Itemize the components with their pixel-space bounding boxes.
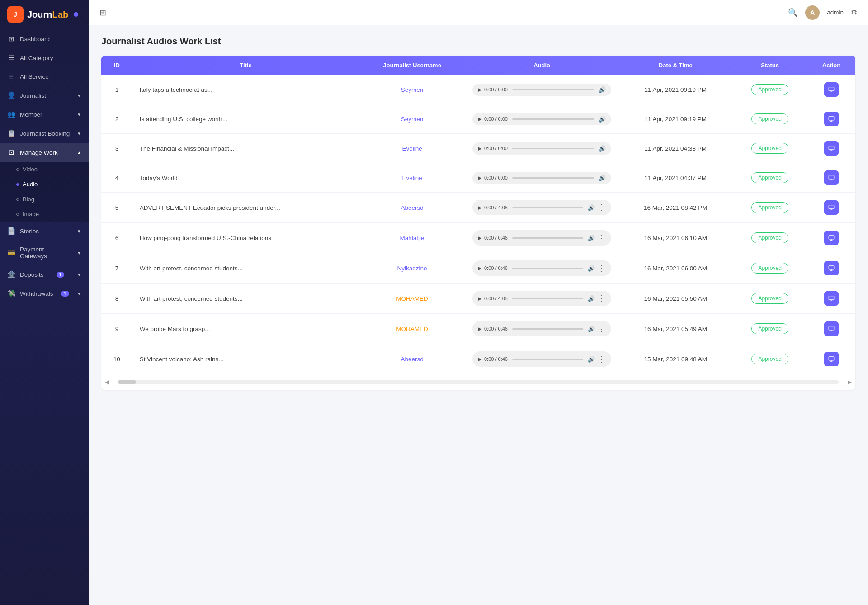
sidebar-item-journalist[interactable]: 👤 Journalist ▼ xyxy=(0,86,89,105)
cell-journalist[interactable]: Seymen xyxy=(359,75,465,104)
cell-journalist[interactable]: Abeersd xyxy=(359,344,465,374)
sidebar-subitem-blog[interactable]: Blog xyxy=(0,192,89,207)
more-icon[interactable]: ⋮ xyxy=(598,233,606,243)
audio-track[interactable] xyxy=(512,237,583,239)
play-button[interactable]: ▶ xyxy=(478,87,481,93)
cell-date: 11 Apr, 2021 09:19 PM xyxy=(618,104,732,134)
search-icon[interactable]: 🔍 xyxy=(788,8,798,18)
cell-journalist[interactable]: Seymen xyxy=(359,104,465,134)
more-icon[interactable]: ⋮ xyxy=(598,324,606,334)
cell-journalist[interactable]: MOHAMED xyxy=(359,284,465,314)
cell-id: 8 xyxy=(101,284,132,314)
volume-icon[interactable]: 🔊 xyxy=(599,116,606,123)
cell-journalist[interactable]: Nyikadzino xyxy=(359,253,465,284)
scroll-right-arrow[interactable]: ▶ xyxy=(844,377,855,387)
play-button[interactable]: ▶ xyxy=(478,235,481,241)
horizontal-scrollbar[interactable]: ◀ ▶ xyxy=(101,374,855,390)
action-button[interactable] xyxy=(824,321,839,336)
audio-track[interactable] xyxy=(512,89,594,90)
audio-player[interactable]: ▶ 0:00 / 0:00 🔊 xyxy=(472,142,611,155)
play-button[interactable]: ▶ xyxy=(478,356,481,362)
cell-status: Approved xyxy=(732,223,807,253)
sidebar-item-payment-gateways[interactable]: 💳 Payment Gateways ▼ xyxy=(0,241,89,265)
audio-player[interactable]: ▶ 0:00 / 0:46 🔊 ⋮ xyxy=(472,230,611,246)
sidebar-item-journalist-booking[interactable]: 📋 Journalist Booking ▼ xyxy=(0,124,89,143)
sidebar-subitem-image[interactable]: Image xyxy=(0,207,89,222)
member-icon: 👥 xyxy=(7,110,15,118)
volume-icon[interactable]: 🔊 xyxy=(588,356,595,363)
audio-track[interactable] xyxy=(512,328,583,330)
audio-player[interactable]: ▶ 0:00 / 4:05 🔊 ⋮ xyxy=(472,200,611,215)
sidebar-item-all-category[interactable]: ☰ All Category xyxy=(0,48,89,67)
sidebar-item-dashboard[interactable]: ⊞ Dashboard xyxy=(0,29,89,48)
audio-track[interactable] xyxy=(512,268,583,269)
action-button[interactable] xyxy=(824,170,839,185)
audio-track[interactable] xyxy=(512,298,583,299)
expand-icon[interactable]: ⊞ xyxy=(99,8,106,18)
logo-dot xyxy=(74,12,78,17)
play-button[interactable]: ▶ xyxy=(478,296,481,302)
sidebar-subitem-video[interactable]: Video xyxy=(0,162,89,177)
more-icon[interactable]: ⋮ xyxy=(598,293,606,303)
volume-icon[interactable]: 🔊 xyxy=(599,86,606,93)
cell-journalist[interactable]: Mahlatjie xyxy=(359,223,465,253)
volume-icon[interactable]: 🔊 xyxy=(588,326,595,332)
play-button[interactable]: ▶ xyxy=(478,175,481,181)
play-button[interactable]: ▶ xyxy=(478,265,481,271)
svg-rect-3 xyxy=(829,117,834,120)
scroll-left-arrow[interactable]: ◀ xyxy=(101,377,113,387)
audio-player[interactable]: ▶ 0:00 / 0:00 🔊 xyxy=(472,172,611,184)
sidebar-item-all-service[interactable]: ≡ All Service xyxy=(0,67,89,86)
volume-icon[interactable]: 🔊 xyxy=(588,265,595,272)
volume-icon[interactable]: 🔊 xyxy=(599,175,606,181)
audio-track[interactable] xyxy=(512,177,594,179)
sidebar-item-member[interactable]: 👥 Member ▼ xyxy=(0,105,89,124)
cell-date: 11 Apr, 2021 04:38 PM xyxy=(618,134,732,163)
settings-icon[interactable]: ⚙ xyxy=(851,8,857,17)
more-icon[interactable]: ⋮ xyxy=(598,354,606,364)
action-button[interactable] xyxy=(824,261,839,275)
audio-track[interactable] xyxy=(512,359,583,360)
audio-track[interactable] xyxy=(512,148,594,149)
cell-journalist[interactable]: Eveline xyxy=(359,163,465,193)
play-button[interactable]: ▶ xyxy=(478,116,481,122)
logo-text: JournLab xyxy=(27,9,68,20)
cell-id: 6 xyxy=(101,223,132,253)
volume-icon[interactable]: 🔊 xyxy=(588,235,595,241)
cell-journalist[interactable]: Eveline xyxy=(359,134,465,163)
action-button[interactable] xyxy=(824,231,839,245)
sidebar-subitem-audio[interactable]: Audio xyxy=(0,177,89,192)
action-button[interactable] xyxy=(824,352,839,366)
volume-icon[interactable]: 🔊 xyxy=(588,204,595,211)
volume-icon[interactable]: 🔊 xyxy=(588,295,595,302)
more-icon[interactable]: ⋮ xyxy=(598,263,606,273)
sidebar-item-stories[interactable]: 📄 Stories ▼ xyxy=(0,222,89,241)
scrollbar-track[interactable] xyxy=(118,380,839,384)
sidebar-item-manage-work[interactable]: ⊡ Manage Work ▲ xyxy=(0,143,89,162)
manage-work-submenu: Video Audio Blog Image xyxy=(0,162,89,222)
action-button[interactable] xyxy=(824,82,839,97)
journalist-icon: 👤 xyxy=(7,91,15,99)
sidebar-item-deposits[interactable]: 🏦 Deposits 1 ▼ xyxy=(0,265,89,284)
action-button[interactable] xyxy=(824,291,839,306)
audio-player[interactable]: ▶ 0:00 / 0:46 🔊 ⋮ xyxy=(472,260,611,276)
play-button[interactable]: ▶ xyxy=(478,146,481,151)
audio-player[interactable]: ▶ 0:00 / 0:46 🔊 ⋮ xyxy=(472,321,611,336)
more-icon[interactable]: ⋮ xyxy=(598,203,606,213)
cell-journalist[interactable]: MOHAMED xyxy=(359,314,465,344)
play-button[interactable]: ▶ xyxy=(478,205,481,211)
action-button[interactable] xyxy=(824,200,839,215)
volume-icon[interactable]: 🔊 xyxy=(599,145,606,152)
audio-player[interactable]: ▶ 0:00 / 0:46 🔊 ⋮ xyxy=(472,351,611,367)
scrollbar-thumb[interactable] xyxy=(118,380,136,384)
audio-player[interactable]: ▶ 0:00 / 4:05 🔊 ⋮ xyxy=(472,291,611,306)
play-button[interactable]: ▶ xyxy=(478,326,481,332)
cell-journalist[interactable]: Abeersd xyxy=(359,193,465,223)
audio-player[interactable]: ▶ 0:00 / 0:00 🔊 xyxy=(472,84,611,96)
action-button[interactable] xyxy=(824,141,839,156)
sidebar-item-withdrawals[interactable]: 💸 Withdrawals 1 ▼ xyxy=(0,284,89,303)
audio-track[interactable] xyxy=(512,207,583,208)
action-button[interactable] xyxy=(824,112,839,126)
audio-track[interactable] xyxy=(512,118,594,120)
audio-player[interactable]: ▶ 0:00 / 0:00 🔊 xyxy=(472,113,611,125)
